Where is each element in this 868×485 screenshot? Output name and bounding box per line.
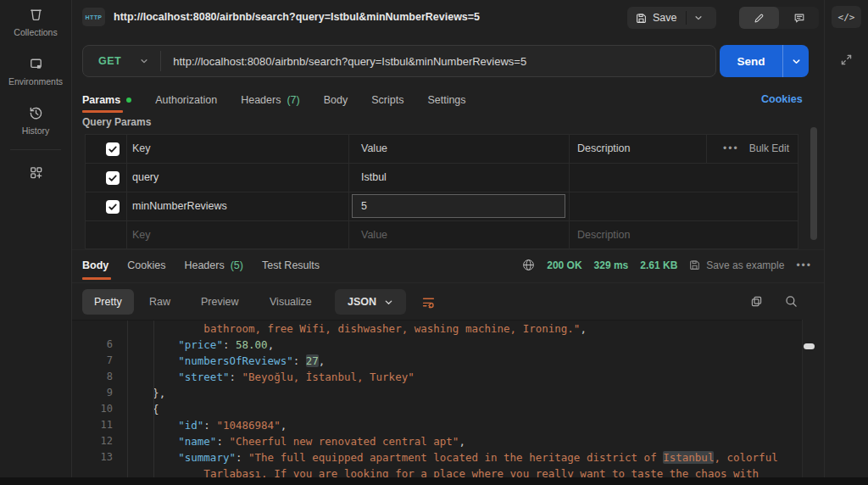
rename-request-button[interactable] (739, 7, 779, 29)
tab-params[interactable]: Params (82, 94, 131, 106)
save-button-group: Save (627, 7, 716, 29)
indent-guide (153, 321, 154, 478)
bulk-edit-control[interactable]: ••• Bulk Edit (723, 142, 789, 154)
response-scrollbar-thumb[interactable] (804, 343, 815, 349)
save-as-example-label: Save as example (706, 259, 784, 271)
param-value-cell-focused[interactable]: 5 (352, 194, 565, 218)
response-size-badge[interactable]: 2.61 KB (640, 259, 677, 271)
comment-icon (793, 12, 805, 24)
line-number: 11 (72, 417, 123, 433)
view-tab-preview[interactable]: Preview (201, 296, 238, 308)
tab-scripts[interactable]: Scripts (371, 94, 403, 106)
copy-response-button[interactable] (749, 294, 764, 309)
response-time-badge[interactable]: 329 ms (594, 259, 629, 271)
status-code-badge[interactable]: 200 OK (547, 259, 581, 271)
request-url-bar: GET http://localhost:8080/airbnb/search?… (82, 45, 716, 77)
copy-icon (749, 294, 764, 309)
column-header-key: Key (132, 142, 151, 154)
param-key-cell[interactable]: query (132, 171, 159, 183)
column-header-value: Value (361, 142, 387, 154)
params-header-row: Key Value Description ••• Bulk Edit (86, 135, 798, 164)
param-description-placeholder[interactable]: Description (577, 229, 631, 241)
save-icon (636, 13, 647, 24)
save-as-example-button[interactable]: Save as example (689, 259, 784, 271)
right-rail (824, 0, 868, 485)
response-tab-headers[interactable]: Headers (5) (184, 259, 243, 271)
view-tab-raw[interactable]: Raw (149, 296, 170, 308)
cookies-link[interactable]: Cookies (761, 93, 803, 105)
tab-body[interactable]: Body (324, 94, 348, 106)
row-checkbox[interactable] (106, 200, 120, 214)
params-scrollbar-thumb[interactable] (810, 127, 817, 240)
method-label: GET (98, 55, 121, 67)
sidebar-item-collections[interactable]: Collections (0, 7, 71, 37)
code-lines: bathroom, free Wifi, dishwasher, washing… (72, 321, 802, 478)
code-line: 8"street": "Beyoğlu, İstanbul, Turkey" (72, 369, 802, 385)
view-tab-pretty[interactable]: Pretty (82, 289, 134, 315)
collections-icon (0, 7, 71, 23)
line-number: 8 (72, 369, 123, 385)
save-button[interactable]: Save (627, 7, 686, 29)
tab-headers[interactable]: Headers (7) (241, 94, 300, 106)
response-tab-cookies[interactable]: Cookies (127, 259, 165, 271)
response-body-viewer[interactable]: bathroom, free Wifi, dishwasher, washing… (72, 320, 802, 478)
tab-authorization-label: Authorization (155, 94, 217, 106)
response-status-bar: 200 OK 329 ms 2.61 KB Save as example ••… (522, 259, 812, 271)
url-bar-divider (160, 51, 161, 71)
code-line: Tarlabası. If you are looking for a plac… (72, 465, 802, 478)
network-globe-icon[interactable] (522, 259, 535, 271)
line-number: 7 (72, 353, 123, 369)
param-value-placeholder[interactable]: Value (361, 229, 387, 241)
response-tab-body[interactable]: Body (82, 259, 108, 271)
line-number (72, 321, 123, 337)
save-icon (689, 259, 700, 270)
response-more-options-icon[interactable]: ••• (796, 259, 812, 271)
sidebar-item-history[interactable]: History (0, 105, 71, 136)
expand-layout-icon[interactable] (839, 53, 854, 67)
send-button[interactable]: Send (720, 45, 782, 77)
search-response-button[interactable] (784, 294, 798, 309)
line-number: 6 (72, 337, 123, 353)
grid-plus-icon (0, 164, 71, 181)
response-tab-headers-count: (5) (231, 259, 243, 271)
wrap-text-icon (421, 295, 436, 309)
tab-settings[interactable]: Settings (427, 94, 465, 106)
param-row-minNumberReviews: minNumberReviews 5 (86, 192, 798, 221)
line-number: 10 (72, 401, 123, 417)
row-checkbox[interactable] (106, 171, 120, 185)
tab-authorization[interactable]: Authorization (155, 94, 217, 106)
url-input[interactable]: http://localhost:8080/airbnb/search?quer… (173, 55, 526, 68)
pencil-icon (754, 13, 765, 24)
select-all-checkbox[interactable] (106, 142, 120, 156)
params-active-dot (126, 98, 131, 103)
line-number: 9 (72, 385, 123, 401)
method-selector[interactable]: GET (83, 55, 160, 67)
request-tab-title[interactable]: http://localhost:8080/airbnb/search?quer… (114, 11, 480, 23)
sidebar-item-label: Collections (0, 27, 71, 37)
view-tab-visualize[interactable]: Visualize (270, 296, 312, 308)
more-options-icon[interactable]: ••• (723, 142, 739, 154)
param-key-cell[interactable]: minNumberReviews (132, 200, 227, 212)
response-tab-test-results[interactable]: Test Results (262, 259, 320, 271)
response-tab-cookies-label: Cookies (127, 259, 165, 271)
param-row-query: query Istbul (86, 164, 798, 192)
param-key-placeholder[interactable]: Key (132, 229, 151, 241)
param-value-cell[interactable]: Istbul (361, 171, 387, 183)
indent-guide (127, 321, 128, 478)
request-tab-method-badge: HTTP (82, 8, 105, 26)
tab-settings-label: Settings (427, 94, 465, 106)
sidebar-item-environments[interactable]: Environments (0, 56, 71, 86)
format-select[interactable]: JSON (335, 289, 406, 315)
comments-button[interactable] (779, 7, 819, 29)
wrap-lines-button[interactable] (415, 289, 442, 315)
save-options-button[interactable] (687, 7, 710, 29)
chevron-down-icon (140, 57, 148, 65)
bulk-edit-label: Bulk Edit (749, 142, 789, 154)
sidebar-configure-button[interactable] (0, 164, 71, 181)
sidebar-item-label: History (0, 125, 71, 136)
response-scrollbar-track (802, 320, 803, 478)
line-number (72, 465, 123, 478)
environments-icon (0, 56, 71, 72)
line-number: 12 (72, 433, 123, 449)
send-options-button[interactable] (783, 45, 809, 77)
